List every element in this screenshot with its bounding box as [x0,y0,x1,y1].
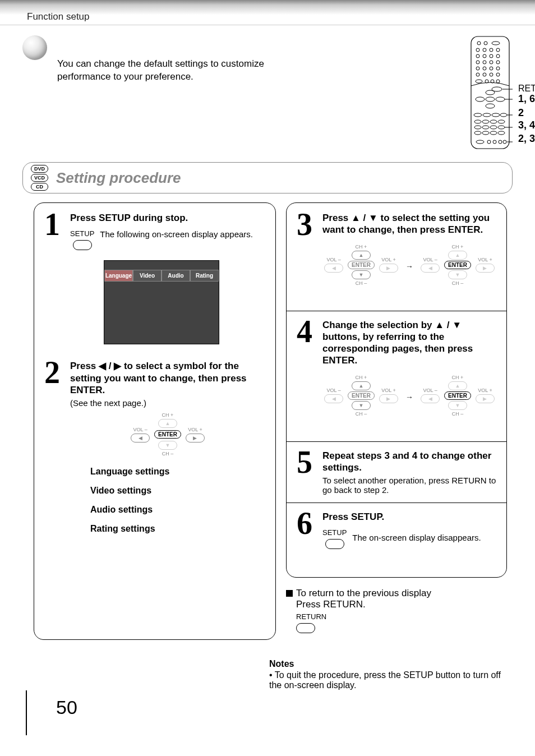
svg-point-51 [490,131,497,135]
right-arrow-icon: ▶ [186,434,205,442]
svg-point-54 [476,140,484,144]
ch-plus-label: CH + [356,244,367,250]
vol-plus-label: VOL + [478,388,492,393]
right-arrow-icon: ▶ [476,264,495,273]
header-title: Function setup [27,11,90,22]
left-arrow-icon: ◀ [131,434,150,442]
step-4: 4 Change the selection by ▲ / ▼ buttons,… [297,319,496,434]
enter-button-icon: ENTER [444,391,471,400]
osd-tab: Audio [162,270,190,282]
ch-plus-label: CH + [162,412,174,418]
notes-bullet-text: To quit the procedure, press the SETUP b… [269,670,501,690]
svg-point-22 [490,73,493,76]
vol-minus-label: VOL – [326,388,340,393]
step-title: Press SETUP. [322,511,496,523]
up-arrow-icon: ▲ [448,381,467,390]
setting-item: Video settings [90,486,265,496]
step-title: Press ◀ / ▶ to select a symbol for the s… [70,360,265,396]
section-title: Setting procedure [56,169,181,187]
remote-icon [468,35,513,153]
ch-minus-label: CH – [356,280,367,286]
left-arrow-icon: ◀ [421,394,440,403]
format-badges: DVD VCD CD [31,165,48,191]
step-number: 1 [44,212,66,352]
return-label: RETURN [296,612,326,621]
svg-point-34 [486,104,495,108]
settings-list: Language settings Video settings Audio s… [90,467,265,534]
svg-point-58 [503,140,506,144]
page-header: Function setup [0,0,535,25]
svg-point-13 [483,61,486,64]
remote-diagram: RETURN 1, 6 2 3, 4 2, 3, 4 [468,35,513,155]
svg-point-21 [483,73,486,76]
up-arrow-icon: ▲ [352,251,371,260]
svg-point-11 [496,54,500,58]
step-number: 6 [297,511,318,556]
svg-point-30 [486,90,495,95]
svg-point-5 [483,48,486,52]
setup-label: SETUP [322,528,347,537]
remote-label: RETURN [518,84,535,94]
step-note: The following on-screen display appears. [100,229,265,239]
svg-point-14 [490,61,493,64]
svg-point-48 [498,126,505,129]
dpad-transition: VOL –◀ CH +▲ENTER▼CH – VOL +▶ → VOL –◀ C… [322,239,496,294]
svg-point-33 [496,97,505,102]
remote-label: 1, 6 [518,94,535,105]
osd-screen: Language Video Audio Rating [104,260,219,344]
arrow-right-icon: → [405,393,413,402]
svg-point-24 [476,80,482,83]
enter-button-icon: ENTER [444,261,471,269]
svg-point-16 [476,67,479,70]
remote-label: 3, 4 [518,120,535,131]
vol-minus-label: VOL – [423,388,437,393]
dpad-diagram: VOL –◀ CH +▲ENTER▼CH – VOL +▶ [324,244,398,286]
setup-button-diagram: SETUP [70,229,94,250]
ch-minus-label: CH – [452,280,464,286]
svg-point-36 [474,113,482,117]
notes-block: Notes • To quit the procedure, press the… [0,659,535,690]
svg-point-8 [476,54,479,58]
vol-plus-label: VOL + [381,388,395,393]
enter-button-icon: ENTER [348,261,375,269]
down-arrow-icon: ▼ [158,441,177,450]
step-5: 5 Repeat steps 3 and 4 to change other s… [297,450,496,495]
setup-button-diagram: SETUP [322,528,347,549]
svg-point-27 [496,80,500,83]
svg-point-3 [492,42,500,45]
step-title: Repeat steps 3 and 4 to change other set… [322,450,496,474]
osd-tab: Video [133,270,162,282]
remote-labels: RETURN 1, 6 2 3, 4 2, 3, 4 [518,35,535,145]
tip-line1: To return to the previous display [296,588,431,598]
vol-plus-label: VOL + [478,257,492,262]
svg-point-20 [476,73,479,76]
up-arrow-icon: ▲ [158,419,177,428]
down-arrow-icon: ▼ [352,401,371,410]
up-arrow-icon: ▲ [352,381,371,390]
svg-point-1 [477,42,481,45]
svg-point-37 [483,113,491,117]
ch-minus-label: CH – [356,411,367,417]
svg-point-55 [487,140,491,144]
lead-left: You can change the default settings to c… [22,35,451,155]
svg-point-12 [476,61,479,64]
svg-point-49 [474,131,481,135]
setting-item: Rating settings [90,524,265,534]
section-bar: DVD VCD CD Setting procedure [22,162,513,193]
arrow-right-icon: → [405,262,413,271]
svg-point-19 [496,67,500,70]
return-button-diagram: RETURN [296,612,507,633]
svg-point-41 [474,120,481,123]
left-arrow-icon: ◀ [324,264,343,273]
right-column: 3 Press ▲ / ▼ to select the setting you … [286,202,507,640]
svg-point-46 [482,126,489,129]
svg-point-42 [482,120,489,123]
separator [287,311,506,311]
separator [287,441,506,442]
svg-point-44 [498,120,505,123]
svg-point-50 [482,131,489,135]
setup-label: SETUP [70,229,94,238]
ch-plus-label: CH + [356,375,367,380]
svg-point-38 [492,113,500,117]
svg-point-4 [476,48,479,52]
